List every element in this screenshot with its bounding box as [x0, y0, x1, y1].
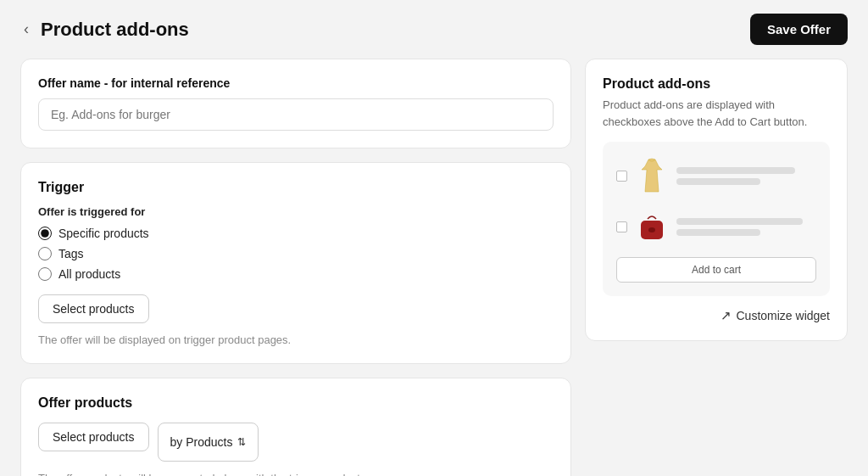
by-products-label: by Products: [170, 435, 233, 449]
preview-checkbox-2: [616, 221, 627, 232]
preview-checkbox-1: [616, 171, 627, 182]
preview-line-2a: [676, 218, 803, 225]
trigger-hint: The offer will be displayed on trigger p…: [38, 333, 554, 346]
offer-products-row: Select products by Products ⇅: [38, 423, 554, 462]
offer-name-input[interactable]: [38, 98, 554, 131]
offer-name-label: Offer name - for internal reference: [38, 76, 554, 90]
radio-tags-input[interactable]: [38, 247, 52, 260]
trigger-select-products-button[interactable]: Select products: [38, 294, 149, 323]
preview-line-1a: [676, 167, 795, 174]
radio-specific-products[interactable]: Specific products: [38, 227, 554, 240]
panel-description: Product add-ons are displayed with check…: [603, 97, 830, 130]
preview-add-to-cart: Add to cart: [616, 257, 816, 283]
radio-specific-input[interactable]: [38, 227, 52, 240]
offer-products-card: Offer products Select products by Produc…: [20, 378, 571, 476]
preview-line-2b: [676, 229, 760, 236]
page-title: Product add-ons: [41, 19, 189, 41]
main-layout: Offer name - for internal reference Trig…: [0, 59, 868, 476]
customize-widget-link[interactable]: ↗ Customize widget: [603, 308, 830, 323]
svg-point-1: [648, 227, 655, 232]
radio-tags-label: Tags: [58, 247, 84, 260]
preview-bag-image: [636, 206, 668, 247]
radio-all-label: All products: [58, 267, 120, 281]
page-header: ‹ Product add-ons Save Offer: [0, 0, 868, 59]
save-offer-button[interactable]: Save Offer: [750, 14, 848, 45]
left-column: Offer name - for internal reference Trig…: [20, 59, 571, 476]
radio-all-input[interactable]: [38, 267, 52, 281]
right-panel-card: Product add-ons Product add-ons are disp…: [585, 59, 848, 341]
offer-products-hint: The offer products will be suggested alo…: [38, 472, 554, 476]
back-button[interactable]: ‹: [20, 19, 32, 40]
preview-item-2: [616, 206, 816, 247]
radio-all-products[interactable]: All products: [38, 267, 554, 281]
external-link-icon: ↗: [721, 308, 732, 323]
panel-title: Product add-ons: [603, 76, 830, 92]
by-products-button[interactable]: by Products ⇅: [158, 423, 259, 462]
radio-specific-label: Specific products: [58, 227, 149, 240]
preview-lines-2: [676, 218, 816, 236]
right-column: Product add-ons Product add-ons are disp…: [585, 59, 848, 476]
preview-item-1: [616, 155, 816, 196]
widget-preview: Add to cart: [603, 142, 830, 296]
offer-products-title: Offer products: [38, 395, 554, 411]
customize-widget-label: Customize widget: [737, 309, 831, 322]
header-left: ‹ Product add-ons: [20, 19, 189, 41]
preview-dress-image: [636, 155, 668, 196]
radio-tags[interactable]: Tags: [38, 247, 554, 260]
trigger-subtitle: Offer is triggered for: [38, 205, 554, 218]
offer-name-card: Offer name - for internal reference: [20, 59, 571, 148]
trigger-title: Trigger: [38, 180, 554, 195]
trigger-radio-group: Specific products Tags All products: [38, 227, 554, 281]
trigger-card: Trigger Offer is triggered for Specific …: [20, 162, 571, 364]
preview-lines-1: [676, 167, 816, 185]
preview-line-1b: [676, 178, 760, 185]
chevron-up-down-icon: ⇅: [237, 436, 246, 448]
offer-select-products-button[interactable]: Select products: [38, 423, 149, 451]
